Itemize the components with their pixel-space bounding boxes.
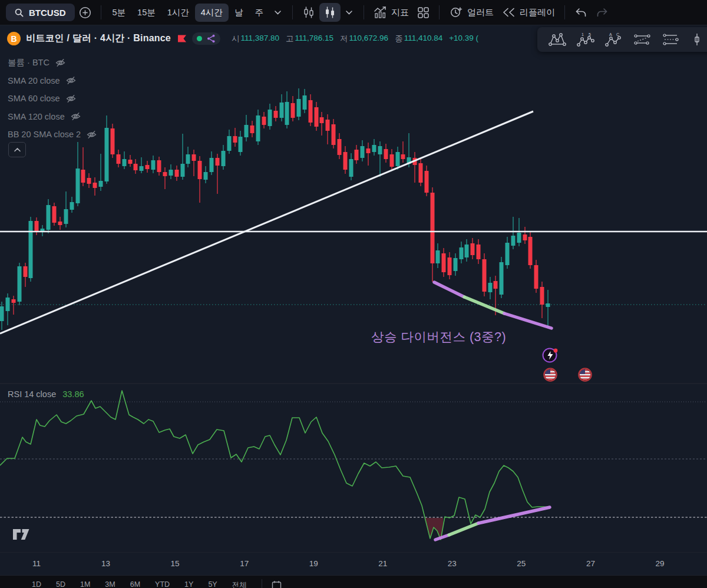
eye-slash-icon[interactable] bbox=[55, 58, 65, 67]
interval-1h-button[interactable]: 1시간 bbox=[161, 4, 195, 22]
legend-collapse-button[interactable] bbox=[8, 142, 26, 157]
templates-button[interactable] bbox=[413, 3, 434, 22]
indicators-label: 지표 bbox=[391, 7, 409, 18]
low-value: 110,672.96 bbox=[349, 34, 389, 44]
rsi-legend[interactable]: RSI 14 close 33.86 bbox=[8, 389, 84, 399]
disjoint-channel-tool[interactable] bbox=[657, 29, 683, 50]
eye-slash-icon[interactable] bbox=[71, 112, 81, 121]
undo-arrow-icon bbox=[574, 8, 587, 18]
indicators-icon bbox=[374, 6, 387, 19]
tradingview-window: BTCUSD 5분 15분 1시간 4시간 날 주 지표 bbox=[0, 0, 707, 588]
layout-grid-icon bbox=[417, 6, 430, 19]
range-all-button[interactable]: 전체 bbox=[232, 580, 247, 588]
bitcoin-logo-icon: B bbox=[7, 32, 21, 45]
legend-item-sma20[interactable]: SMA 20 close bbox=[8, 72, 97, 90]
indicator-legend: 볼륨 · BTC SMA 20 close SMA 60 close SMA 1… bbox=[8, 54, 97, 144]
time-axis-label: 21 bbox=[378, 559, 387, 568]
toolbar-divider bbox=[564, 5, 565, 19]
indicators-button[interactable]: 지표 bbox=[369, 3, 413, 22]
toolbar-divider bbox=[101, 5, 101, 19]
range-1y-button[interactable]: 1Y bbox=[184, 580, 193, 588]
chart-style-candles-button[interactable] bbox=[319, 3, 341, 22]
chart-style-menu-button[interactable] bbox=[341, 3, 358, 22]
rewind-icon bbox=[502, 8, 516, 17]
interval-5m-button[interactable]: 5분 bbox=[107, 4, 132, 22]
range-5d-button[interactable]: 5D bbox=[56, 580, 65, 588]
divergence-annotation-text[interactable]: 상승 다이버전스 (3중?) bbox=[371, 328, 506, 345]
time-axis[interactable]: 11131517192123252729 bbox=[0, 552, 707, 575]
us-economic-event-icon[interactable] bbox=[543, 367, 558, 382]
range-1m-button[interactable]: 1M bbox=[80, 580, 90, 588]
eye-slash-icon[interactable] bbox=[66, 76, 76, 85]
legend-label: SMA 60 close bbox=[8, 94, 60, 103]
toolbar-divider bbox=[439, 5, 440, 19]
market-status-pill[interactable] bbox=[192, 32, 220, 45]
symbol-title[interactable]: 비트코인 / 달러 · 4시간 · Binance bbox=[26, 32, 171, 45]
bottom-toolbar: 1D 5D 1M 3M 6M YTD 1Y 5Y 전체 bbox=[0, 575, 707, 588]
market-open-dot-icon bbox=[197, 36, 202, 41]
legend-item-volume[interactable]: 볼륨 · BTC bbox=[8, 54, 97, 72]
legend-item-sma60[interactable]: SMA 60 close bbox=[8, 90, 97, 108]
price-and-rsi-chart[interactable] bbox=[0, 25, 707, 552]
flag-marker-icon[interactable] bbox=[177, 35, 187, 42]
symbol-info-row: B 비트코인 / 달러 · 4시간 · Binance 시111,387.80 … bbox=[7, 32, 478, 45]
hollow-candles-icon bbox=[302, 6, 315, 19]
high-label: 고 bbox=[286, 34, 294, 44]
replay-label: 리플레이 bbox=[520, 7, 555, 18]
chart-style-bars-button[interactable] bbox=[298, 3, 319, 22]
range-3m-button[interactable]: 3M bbox=[105, 580, 115, 588]
chevron-down-icon bbox=[346, 11, 352, 15]
time-axis-label: 29 bbox=[655, 559, 664, 568]
toolbar-divider bbox=[262, 579, 262, 588]
open-value: 111,387.80 bbox=[240, 34, 279, 44]
legend-label: SMA 120 close bbox=[8, 112, 65, 121]
interval-day-button[interactable]: 날 bbox=[229, 4, 249, 22]
compare-add-button[interactable] bbox=[75, 3, 95, 22]
svg-text:1: 1 bbox=[582, 32, 584, 37]
replay-button[interactable]: 리플레이 bbox=[498, 3, 559, 22]
interval-4h-button[interactable]: 4시간 bbox=[195, 4, 229, 22]
candles-icon bbox=[323, 6, 336, 19]
search-icon bbox=[15, 8, 24, 17]
interval-menu-button[interactable] bbox=[269, 3, 287, 22]
drawing-toolbar[interactable]: 15 AC bbox=[537, 27, 707, 52]
partial-tool-icon bbox=[695, 32, 703, 47]
redo-arrow-icon bbox=[596, 8, 609, 18]
eye-slash-icon[interactable] bbox=[87, 130, 97, 139]
abcd-pattern-tool[interactable]: AC bbox=[600, 29, 627, 50]
alert-button[interactable]: 얼러트 bbox=[445, 3, 498, 22]
open-label: 시 bbox=[232, 34, 240, 44]
svg-text:A: A bbox=[609, 32, 612, 37]
elliott-wave-tool[interactable]: 15 bbox=[572, 29, 599, 50]
trend-channel-tool[interactable] bbox=[629, 29, 655, 50]
undo-button[interactable] bbox=[570, 3, 592, 22]
time-axis-label: 27 bbox=[586, 559, 595, 568]
change-value: +10.39 ( bbox=[449, 34, 478, 44]
legend-item-bb[interactable]: BB 20 SMA close 2 bbox=[8, 125, 97, 144]
us-economic-event-icon[interactable] bbox=[577, 367, 593, 382]
news-event-icon[interactable] bbox=[541, 346, 559, 364]
range-6m-button[interactable]: 6M bbox=[130, 580, 140, 588]
rsi-value: 33.86 bbox=[62, 389, 84, 399]
range-1d-button[interactable]: 1D bbox=[32, 580, 41, 588]
range-5y-button[interactable]: 5Y bbox=[208, 580, 217, 588]
range-ytd-button[interactable]: YTD bbox=[155, 580, 170, 588]
close-label: 종 bbox=[395, 34, 403, 44]
redo-button[interactable] bbox=[592, 3, 613, 22]
tradingview-logo[interactable] bbox=[12, 526, 32, 541]
plus-circle-icon bbox=[79, 6, 91, 19]
interval-15m-button[interactable]: 15분 bbox=[131, 4, 161, 22]
chevron-up-icon bbox=[14, 148, 21, 152]
clipped-tool[interactable] bbox=[685, 29, 707, 50]
xabcd-pattern-tool[interactable] bbox=[544, 29, 570, 50]
time-axis-label: 23 bbox=[448, 559, 457, 568]
top-toolbar: BTCUSD 5분 15분 1시간 4시간 날 주 지표 bbox=[0, 0, 707, 25]
legend-label: SMA 20 close bbox=[8, 76, 60, 85]
calendar-icon[interactable] bbox=[272, 580, 282, 588]
chevron-down-icon bbox=[275, 11, 281, 15]
eye-slash-icon[interactable] bbox=[66, 94, 76, 103]
elliott-wave-icon: 15 bbox=[577, 32, 594, 47]
symbol-search-button[interactable]: BTCUSD bbox=[6, 4, 75, 21]
legend-item-sma120[interactable]: SMA 120 close bbox=[8, 108, 97, 126]
interval-week-button[interactable]: 주 bbox=[249, 4, 269, 22]
